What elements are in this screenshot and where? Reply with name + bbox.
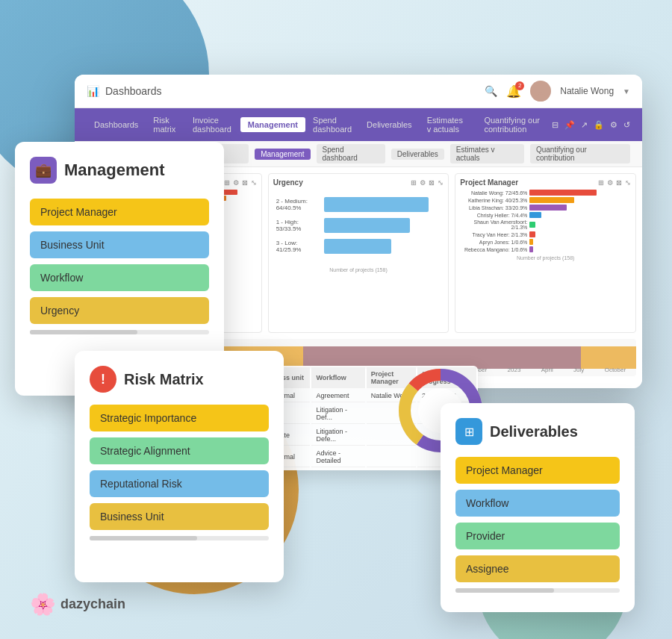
- nav-icons-right: ⊟ 📌 ↗ 🔒 ⚙ ↺: [552, 120, 630, 130]
- dazychain-text: dazychain: [60, 596, 125, 612]
- timeline-label: July: [573, 367, 584, 373]
- pm-chart-header: Project Manager ⊞ ⚙ ⊠ ⤡: [460, 178, 631, 187]
- deliverables-item-project-manager[interactable]: Project Manager: [455, 457, 620, 484]
- urgency-icon-1[interactable]: ⊞: [411, 179, 417, 187]
- pm-icon-1[interactable]: ⊞: [598, 179, 604, 187]
- nav-tabs: Dashboards Risk matrix Invoice dashboard…: [87, 113, 552, 137]
- urgency-bars: 2 - Medium: 64/40.5% 1 - High: 53/33.5% …: [273, 190, 444, 261]
- chart-icon-4[interactable]: ⤡: [251, 179, 257, 187]
- settings-icon[interactable]: ⚙: [610, 120, 617, 130]
- window-title: Dashboards: [105, 85, 162, 97]
- filter-chip-estimates[interactable]: Estimates v actuals: [450, 144, 524, 163]
- deliverables-item-assignee[interactable]: Assignee: [455, 555, 620, 582]
- risk-warning-icon: !: [90, 366, 116, 393]
- risk-item-strategic-importance[interactable]: Strategic Importance: [90, 405, 269, 431]
- tab-estimates[interactable]: Estimates v actuals: [420, 113, 477, 137]
- risk-scroll-bar: [90, 536, 269, 540]
- pm-icon-3[interactable]: ⊠: [616, 179, 622, 187]
- pm-bar: [529, 197, 574, 203]
- dashboard-icon: 📊: [87, 85, 99, 97]
- chart-icon-1[interactable]: ⊞: [224, 179, 230, 187]
- deliverables-item-provider[interactable]: Provider: [455, 523, 620, 549]
- risk-matrix-title: Risk Matrix: [124, 371, 204, 388]
- table-row: Libia Strachan: 33/20.9%: [460, 205, 631, 211]
- avatar: [530, 81, 551, 102]
- window-titlebar: 📊 Dashboards 🔍 🔔 2 Natalie Wong ▼: [75, 75, 642, 108]
- urgency-icon-3[interactable]: ⊠: [429, 179, 435, 187]
- deliverables-icon: ⊞: [455, 418, 482, 445]
- tab-quantifying[interactable]: Quantifying our contribution: [476, 113, 552, 137]
- risk-item-strategic-alignment[interactable]: Strategic Alignment: [90, 437, 269, 464]
- filter-chip-management[interactable]: Management: [255, 149, 310, 160]
- tab-deliverables[interactable]: Deliverables: [359, 117, 420, 132]
- table-row: Christy Heller: 7/4.4%: [460, 212, 631, 218]
- filter-chip-deliverables[interactable]: Deliverables: [391, 149, 444, 160]
- table-row: Tracy Van Heer: 2/1.3%: [460, 231, 631, 237]
- chevron-down-icon: ▼: [623, 87, 630, 96]
- deliverables-scroll-bar: [455, 588, 620, 593]
- management-item-business-unit[interactable]: Business Unit: [30, 231, 209, 258]
- tab-dashboards[interactable]: Dashboards: [87, 117, 146, 132]
- filter-chip-spend[interactable]: Spend dashboard: [317, 144, 385, 163]
- pm-chart-title: Project Manager: [460, 178, 518, 187]
- tab-management[interactable]: Management: [240, 117, 305, 132]
- management-item-urgency[interactable]: Urgency: [30, 297, 209, 324]
- pm-bar: [529, 212, 541, 218]
- risk-item-reputational-risk[interactable]: Reputational Risk: [90, 470, 269, 497]
- refresh-icon[interactable]: ↺: [623, 120, 630, 130]
- pm-chart-toolbar: ⊞ ⚙ ⊠ ⤡: [598, 179, 631, 187]
- notification-badge[interactable]: 🔔 2: [506, 84, 521, 99]
- management-scroll-bar: [30, 330, 209, 334]
- titlebar-right: 🔍 🔔 2 Natalie Wong ▼: [485, 81, 630, 102]
- urgency-bar-low: [324, 239, 391, 254]
- urgency-bar-medium: [324, 197, 429, 212]
- chart-toolbar: ⊞ ⚙ ⊠ ⤡: [224, 179, 257, 187]
- pm-bar: [529, 222, 535, 228]
- pin-icon[interactable]: 📌: [564, 120, 575, 130]
- urgency-icon-4[interactable]: ⤡: [438, 179, 444, 187]
- dazychain-flower-icon: 🌸: [30, 592, 56, 617]
- pm-bar: [529, 190, 597, 196]
- pm-bar: [529, 205, 567, 211]
- table-row: Katherine King: 40/25.3%: [460, 197, 631, 203]
- timeline-label: April: [541, 367, 553, 373]
- search-icon[interactable]: 🔍: [485, 85, 497, 97]
- tab-invoice-dashboard[interactable]: Invoice dashboard: [185, 113, 240, 137]
- pm-bar: [529, 246, 533, 252]
- svg-point-1: [533, 94, 548, 102]
- pm-axis-label: Number of projects (158): [460, 255, 631, 261]
- pm-bars: Natalie Wong: 72/45.6% Katherine King: 4…: [460, 190, 631, 252]
- deliverables-item-workflow[interactable]: Workflow: [455, 490, 620, 517]
- pm-bar: [529, 239, 533, 245]
- filter-chip-quantifying[interactable]: Quantifying our contribution: [530, 144, 630, 163]
- management-item-workflow[interactable]: Workflow: [30, 264, 209, 291]
- tab-spend-dashboard[interactable]: Spend dashboard: [305, 113, 359, 137]
- urgency-chart-toolbar: ⊞ ⚙ ⊠ ⤡: [411, 179, 444, 187]
- timeline-label: October: [605, 367, 626, 373]
- pm-chart-panel: Project Manager ⊞ ⚙ ⊠ ⤡ Natalie Wong: 72…: [455, 173, 636, 333]
- chart-icon-2[interactable]: ⚙: [233, 179, 239, 187]
- urgency-chart-title: Urgency: [273, 178, 303, 187]
- urgency-chart-panel: Urgency ⊞ ⚙ ⊠ ⤡ 2 - Medium: 64/40.5% 1 -…: [268, 173, 449, 333]
- lock-icon[interactable]: 🔒: [594, 120, 604, 130]
- table-row: Shaun Van Amersfoort: 2/1.3%: [460, 219, 631, 230]
- urgency-icon-2[interactable]: ⚙: [420, 179, 426, 187]
- filter-icon[interactable]: ⊟: [552, 120, 559, 130]
- risk-item-business-unit[interactable]: Business Unit: [90, 503, 269, 530]
- chart-icon-3[interactable]: ⊠: [242, 179, 248, 187]
- management-card-title: Management: [64, 160, 164, 180]
- share-icon[interactable]: ↗: [581, 120, 588, 130]
- user-name: Natalie Wong: [560, 86, 614, 96]
- dazychain-logo: 🌸 dazychain: [30, 592, 125, 617]
- briefcase-icon: 💼: [35, 162, 52, 178]
- pm-icon-2[interactable]: ⚙: [607, 179, 613, 187]
- table-row: Natalie Wong: 72/45.6%: [460, 190, 631, 196]
- pm-icon-4[interactable]: ⤡: [625, 179, 631, 187]
- urgency-axis-label: Number of projects (158): [273, 267, 444, 272]
- management-item-project-manager[interactable]: Project Manager: [30, 199, 209, 225]
- deliverables-header: ⊞ Deliverables: [455, 418, 620, 445]
- tab-risk-matrix[interactable]: Risk matrix: [146, 113, 185, 137]
- table-row: 1 - High: 53/33.5%: [276, 218, 441, 233]
- management-scroll-thumb: [30, 330, 137, 334]
- nav-bar: Dashboards Risk matrix Invoice dashboard…: [75, 108, 642, 141]
